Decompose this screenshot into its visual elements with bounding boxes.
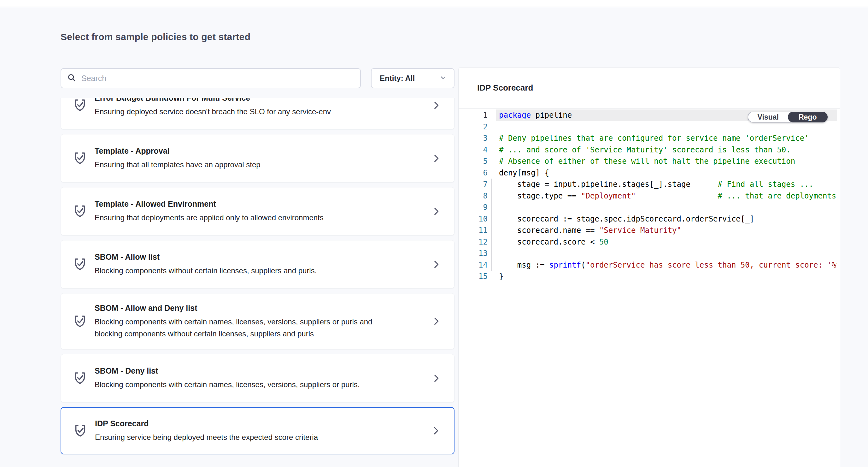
code-text <box>488 202 499 213</box>
line-number: 14 <box>459 259 488 271</box>
policy-title: Error Budget Burndown For Multi Service <box>95 98 430 103</box>
policy-description: Ensuring deployed service doesn't breach… <box>95 106 378 118</box>
policy-description: Blocking components without certain lice… <box>95 265 378 277</box>
code-text: scorecard.name == "Service Maturity" <box>488 225 681 236</box>
policy-detail-panel: IDP Scorecard Visual Rego 1 package pipe… <box>458 67 840 467</box>
policy-shield-check-icon <box>73 371 95 385</box>
line-number: 4 <box>459 144 488 156</box>
chevron-right-icon[interactable] <box>430 206 441 217</box>
line-number: 10 <box>459 213 488 225</box>
toggle-rego-button[interactable]: Rego <box>788 112 828 122</box>
toggle-visual-button[interactable]: Visual <box>748 112 788 122</box>
line-number: 3 <box>459 133 488 144</box>
code-text: scorecard := stage.spec.idpScorecard.ord… <box>488 213 754 225</box>
policy-shield-check-icon <box>73 98 95 112</box>
policy-title: Template - Approval <box>95 146 430 156</box>
policy-description: Ensuring that deployments are applied on… <box>95 212 378 224</box>
policy-description: Blocking components with certain names, … <box>95 379 378 391</box>
policy-description: Blocking components with certain names, … <box>95 316 378 340</box>
code-text: deny[msg] { <box>488 167 549 179</box>
line-number: 7 <box>459 179 488 190</box>
policy-card[interactable]: IDP Scorecard Ensuring service being dep… <box>61 407 455 455</box>
code-line: 5 # Absence of either of these will not … <box>459 155 837 167</box>
chevron-right-icon[interactable] <box>430 316 441 327</box>
chevron-right-icon[interactable] <box>430 373 441 384</box>
code-line: 8 stage.type == "Deployment" # ... that … <box>459 190 837 202</box>
policy-shield-check-icon <box>73 314 95 328</box>
chevron-right-icon[interactable] <box>430 153 441 164</box>
policy-description: Ensuring service being deployed meets th… <box>95 431 379 443</box>
code-text <box>488 121 499 133</box>
code-line: 4 # ... and score of 'Service Maturity' … <box>459 144 837 156</box>
code-line: 11 scorecard.name == "Service Maturity" <box>459 225 837 236</box>
policy-title: IDP Scorecard <box>95 418 430 429</box>
code-line: 12 scorecard.score < 50 <box>459 236 837 248</box>
code-line: 13 <box>459 248 837 259</box>
page-title: Select from sample policies to get start… <box>61 32 250 42</box>
policy-title: SBOM - Allow and Deny list <box>95 303 430 313</box>
policy-shield-check-icon <box>73 204 95 218</box>
code-text: package pipeline <box>488 110 572 121</box>
code-text: # ... and score of 'Service Maturity' sc… <box>488 144 791 156</box>
policy-title: SBOM - Deny list <box>95 366 430 376</box>
search-icon <box>67 73 76 84</box>
code-line: 10 scorecard := stage.spec.idpScorecard.… <box>459 213 837 225</box>
code-text: msg := sprintf("orderService has score l… <box>488 259 837 271</box>
line-number: 9 <box>459 202 488 213</box>
code-line: 7 stage = input.pipeline.stages[_].stage… <box>459 179 837 190</box>
chevron-down-icon <box>439 73 447 83</box>
code-line: 2 <box>459 121 837 133</box>
line-number: 6 <box>459 167 488 179</box>
code-text <box>488 248 499 259</box>
panel-title: IDP Scorecard <box>477 83 533 93</box>
code-text: } <box>488 271 503 283</box>
policy-card[interactable]: Error Budget Burndown For Multi Service … <box>61 98 455 129</box>
code-editor[interactable]: 1 package pipeline 2 3 # Deny pipelines … <box>459 109 837 283</box>
policy-card[interactable]: Template - Approval Ensuring that all te… <box>61 134 455 182</box>
line-number: 8 <box>459 190 488 202</box>
policy-shield-check-icon <box>73 151 95 165</box>
policy-description: Ensuring that all templates have an appr… <box>95 159 378 171</box>
top-bar <box>0 0 868 7</box>
line-number: 12 <box>459 236 488 248</box>
view-toggle[interactable]: Visual Rego <box>748 112 828 122</box>
code-line: 9 <box>459 202 837 213</box>
entity-filter-label: Entity: All <box>380 74 439 83</box>
code-text: scorecard.score < 50 <box>488 236 609 248</box>
panel-header: IDP Scorecard <box>459 67 840 109</box>
code-line: 15 } <box>459 271 837 283</box>
policy-card[interactable]: SBOM - Allow and Deny list Blocking comp… <box>61 293 455 349</box>
policy-title: Template - Allowed Environment <box>95 199 430 209</box>
line-number: 11 <box>459 225 488 236</box>
line-number: 2 <box>459 121 488 133</box>
search-input[interactable] <box>82 74 354 83</box>
policy-title: SBOM - Allow list <box>95 252 430 262</box>
policy-card[interactable]: SBOM - Allow list Blocking components wi… <box>61 240 455 288</box>
chevron-right-icon[interactable] <box>430 259 441 270</box>
line-number: 13 <box>459 248 488 259</box>
policy-card[interactable]: SBOM - Deny list Blocking components wit… <box>61 354 455 402</box>
code-text: stage = input.pipeline.stages[_].stage #… <box>488 179 813 190</box>
entity-filter-dropdown[interactable]: Entity: All <box>371 68 455 88</box>
code-line: 3 # Deny pipelines that are configured f… <box>459 133 837 144</box>
policy-card[interactable]: Template - Allowed Environment Ensuring … <box>61 187 455 235</box>
code-text: # Deny pipelines that are configured for… <box>488 133 809 144</box>
line-number: 5 <box>459 155 488 167</box>
policy-list: Error Budget Burndown For Multi Service … <box>61 98 455 467</box>
code-line: 6 deny[msg] { <box>459 167 837 179</box>
code-text: # Absence of either of these will not ha… <box>488 155 795 167</box>
policy-shield-check-icon <box>73 424 95 438</box>
code-text: stage.type == "Deployment" # ... that ar… <box>488 190 836 202</box>
policy-shield-check-icon <box>73 257 95 271</box>
line-number: 15 <box>459 271 488 283</box>
chevron-right-icon[interactable] <box>430 425 441 436</box>
line-number: 1 <box>459 110 488 121</box>
search-box[interactable] <box>61 68 361 88</box>
code-line: 14 msg := sprintf("orderService has scor… <box>459 259 837 271</box>
chevron-right-icon[interactable] <box>430 100 441 111</box>
